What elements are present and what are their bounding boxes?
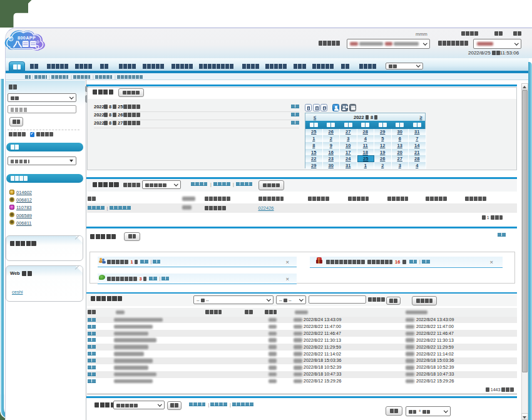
svg-text:800APP: 800APP <box>18 35 36 41</box>
